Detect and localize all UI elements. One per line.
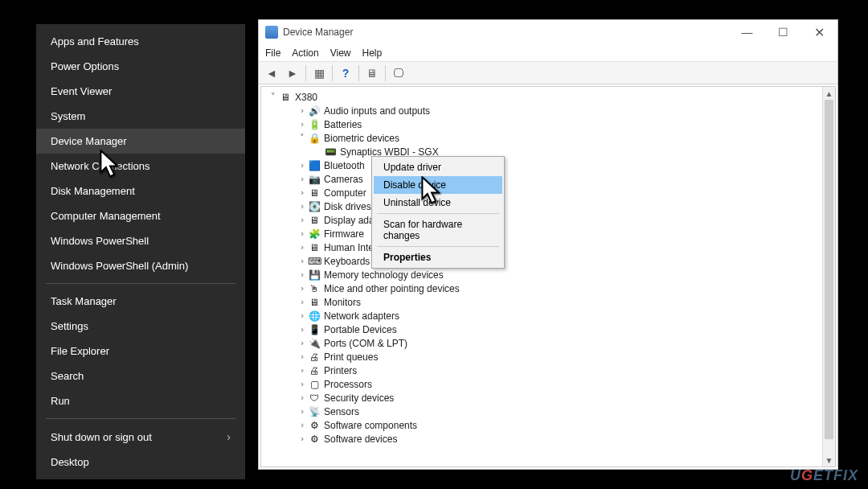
device-category-node[interactable]: ›🖥Computer [261, 186, 835, 199]
device-category-node[interactable]: ›📡Sensors [261, 405, 835, 418]
power-menu-item[interactable]: Settings [36, 314, 245, 339]
expand-icon[interactable]: › [297, 379, 308, 389]
device-category-node[interactable]: ›🟦Bluetooth [261, 158, 835, 172]
device-category-node[interactable]: ›💾Memory technology devices [261, 268, 835, 281]
device-node[interactable]: 📟Synaptics WBDI - SGX [261, 145, 835, 158]
device-tree[interactable]: ˅🖥X380›🔊Audio inputs and outputs›🔋Batter… [260, 86, 836, 467]
device-category-node[interactable]: ›📷Cameras [261, 172, 835, 186]
scroll-thumb[interactable] [825, 100, 833, 439]
menu-separator [46, 418, 235, 419]
device-category-node[interactable]: ›🖨Print queues [261, 350, 835, 364]
context-menu-item[interactable]: Uninstall device [374, 194, 502, 212]
expand-icon[interactable]: › [297, 392, 308, 403]
device-category-node[interactable]: ›🔌Ports (COM & LPT) [261, 336, 835, 350]
expand-icon[interactable]: › [297, 324, 308, 335]
expand-icon[interactable]: › [297, 256, 308, 266]
scan-hardware-button[interactable]: 🖥 [362, 64, 382, 82]
context-menu-item[interactable]: Properties [374, 249, 502, 266]
device-label: Processors [324, 379, 372, 390]
device-category-node[interactable]: ›🖨Printers [261, 364, 835, 377]
expand-icon[interactable]: › [297, 310, 308, 321]
device-category-node[interactable]: ›🖱Mice and other pointing devices [261, 281, 835, 295]
menu-file[interactable]: File [265, 47, 280, 59]
device-category-node[interactable]: ›⌨Keyboards [261, 254, 835, 268]
power-menu-item[interactable]: Apps and Features [36, 29, 245, 54]
expand-icon[interactable]: › [297, 119, 308, 129]
expand-icon[interactable]: › [297, 242, 308, 253]
device-category-node[interactable]: ›🔊Audio inputs and outputs [261, 104, 835, 117]
device-category-node[interactable]: ›⚙Software devices [261, 432, 835, 446]
root-computer-node[interactable]: ˅🖥X380 [261, 90, 835, 104]
back-button[interactable]: ◄ [262, 64, 281, 82]
device-category-node[interactable]: ›🛡Security devices [261, 391, 835, 405]
power-menu-item[interactable]: Run [36, 388, 245, 413]
expand-icon[interactable]: › [297, 201, 308, 212]
show-hide-tree-button[interactable]: ▦ [309, 64, 329, 82]
scroll-up-arrow[interactable]: ▲ [823, 87, 835, 100]
context-menu-item[interactable]: Scan for hardware changes [374, 216, 502, 244]
power-menu-item[interactable]: System [36, 104, 245, 129]
device-category-node[interactable]: ›🖥Display adapters [261, 213, 835, 227]
forward-button[interactable]: ► [283, 64, 302, 82]
expand-icon[interactable]: › [297, 174, 308, 184]
power-menu-label: Desktop [51, 456, 89, 468]
expand-icon[interactable]: › [297, 269, 308, 280]
window-title: Device Manager [283, 27, 729, 38]
expand-icon[interactable]: › [297, 105, 308, 116]
expand-icon[interactable]: › [297, 283, 308, 294]
power-menu-item[interactable]: File Explorer [36, 339, 245, 364]
power-menu-item[interactable]: Windows PowerShell [36, 228, 245, 253]
expand-icon[interactable]: › [297, 351, 308, 362]
device-category-node[interactable]: ›💽Disk drives [261, 199, 835, 213]
device-label: Portable Devices [324, 324, 397, 335]
expand-icon[interactable]: › [297, 434, 308, 444]
power-menu-item[interactable]: Desktop [36, 450, 245, 475]
menu-action[interactable]: Action [292, 47, 318, 59]
power-menu-item[interactable]: Search [36, 364, 245, 388]
expand-icon[interactable]: › [297, 365, 308, 376]
device-category-node[interactable]: ›⚙Software components [261, 418, 835, 432]
expand-icon[interactable]: › [297, 215, 308, 225]
expand-icon[interactable]: › [297, 187, 308, 198]
device-category-node[interactable]: ›🖥Monitors [261, 295, 835, 309]
collapse-icon[interactable]: ˅ [297, 133, 308, 143]
close-button[interactable]: ✕ [801, 20, 837, 44]
device-category-node[interactable]: ›▢Processors [261, 377, 835, 391]
device-category-node[interactable]: ›🖥Human Interface Devices [261, 240, 835, 254]
expand-icon[interactable]: › [297, 228, 308, 239]
expand-icon[interactable]: › [297, 160, 308, 171]
view-button[interactable]: 🖵 [389, 64, 408, 82]
menu-help[interactable]: Help [362, 47, 383, 59]
expand-icon[interactable]: › [297, 297, 308, 307]
vertical-scrollbar[interactable]: ▲ ▼ [822, 87, 835, 466]
context-menu-item[interactable]: Update driver [374, 158, 502, 176]
power-menu-label: Event Viewer [51, 85, 112, 97]
help-button[interactable]: ? [336, 64, 355, 82]
power-menu-item[interactable]: Event Viewer [36, 79, 245, 104]
power-menu-item[interactable]: Disk Management [36, 179, 245, 203]
power-menu-item[interactable]: Power Options [36, 54, 245, 79]
expand-icon[interactable]: › [297, 406, 308, 417]
power-menu-item[interactable]: Windows PowerShell (Admin) [36, 253, 245, 278]
power-menu-item[interactable]: Shut down or sign out› [36, 424, 245, 450]
title-bar[interactable]: Device Manager — ☐ ✕ [259, 20, 837, 44]
context-menu-separator [377, 213, 499, 214]
expand-icon[interactable]: › [297, 420, 308, 430]
collapse-icon[interactable]: ˅ [268, 92, 279, 102]
power-menu-item[interactable]: Computer Management [36, 203, 245, 228]
power-menu-item[interactable]: Network Connections [36, 154, 245, 179]
device-category-node[interactable]: ›🧩Firmware [261, 227, 835, 240]
menu-view[interactable]: View [330, 47, 351, 59]
device-category-node[interactable]: ›🔋Batteries [261, 117, 835, 131]
expand-icon[interactable]: › [297, 338, 308, 348]
power-menu-item[interactable]: Device Manager [36, 129, 245, 154]
device-category-node[interactable]: ˅🔒Biometric devices [261, 131, 835, 145]
minimize-button[interactable]: — [729, 20, 765, 44]
scroll-down-arrow[interactable]: ▼ [823, 454, 835, 466]
device-category-node[interactable]: ›🌐Network adapters [261, 309, 835, 323]
device-icon: 🌐 [308, 310, 321, 323]
device-category-node[interactable]: ›📱Portable Devices [261, 323, 835, 336]
power-menu-item[interactable]: Task Manager [36, 289, 245, 314]
context-menu-item[interactable]: Disable device [374, 176, 502, 194]
maximize-button[interactable]: ☐ [765, 20, 801, 44]
